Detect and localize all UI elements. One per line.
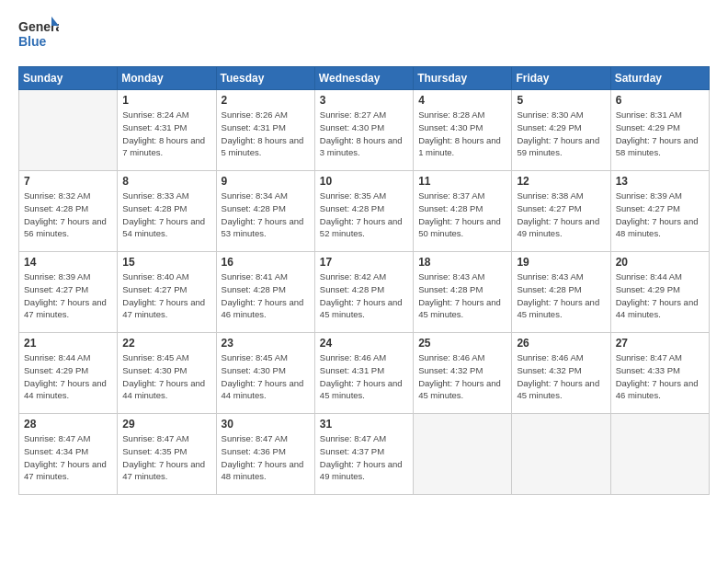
weekday-header-thursday: Thursday <box>414 67 512 90</box>
day-info: Sunrise: 8:47 AMSunset: 4:36 PMDaylight:… <box>222 432 310 483</box>
day-info: Sunrise: 8:43 AMSunset: 4:28 PMDaylight:… <box>517 270 605 321</box>
day-cell: 19Sunrise: 8:43 AMSunset: 4:28 PMDayligh… <box>512 252 610 333</box>
day-info: Sunrise: 8:47 AMSunset: 4:33 PMDaylight:… <box>616 351 704 402</box>
calendar-header: SundayMondayTuesdayWednesdayThursdayFrid… <box>19 67 710 90</box>
day-number: 28 <box>24 418 112 431</box>
day-cell: 8Sunrise: 8:33 AMSunset: 4:28 PMDaylight… <box>118 171 216 252</box>
day-number: 11 <box>418 175 506 188</box>
day-cell: 15Sunrise: 8:40 AMSunset: 4:27 PMDayligh… <box>118 252 216 333</box>
day-number: 17 <box>320 256 408 269</box>
week-row-3: 21Sunrise: 8:44 AMSunset: 4:29 PMDayligh… <box>19 333 710 414</box>
day-info: Sunrise: 8:46 AMSunset: 4:32 PMDaylight:… <box>418 351 506 402</box>
weekday-header-tuesday: Tuesday <box>216 67 314 90</box>
day-cell <box>512 414 610 495</box>
weekday-header-sunday: Sunday <box>19 67 118 90</box>
day-info: Sunrise: 8:44 AMSunset: 4:29 PMDaylight:… <box>616 270 704 321</box>
day-number: 1 <box>122 94 210 107</box>
day-cell: 1Sunrise: 8:24 AMSunset: 4:31 PMDaylight… <box>118 90 216 171</box>
week-row-4: 28Sunrise: 8:47 AMSunset: 4:34 PMDayligh… <box>19 414 710 495</box>
day-info: Sunrise: 8:33 AMSunset: 4:28 PMDaylight:… <box>122 190 210 240</box>
day-info: Sunrise: 8:24 AMSunset: 4:31 PMDaylight:… <box>122 109 210 159</box>
calendar: SundayMondayTuesdayWednesdayThursdayFrid… <box>18 66 710 495</box>
day-number: 20 <box>616 256 704 269</box>
day-cell: 23Sunrise: 8:45 AMSunset: 4:30 PMDayligh… <box>216 333 314 414</box>
day-cell: 26Sunrise: 8:46 AMSunset: 4:32 PMDayligh… <box>512 333 610 414</box>
logo: General Blue <box>18 15 59 57</box>
day-cell: 14Sunrise: 8:39 AMSunset: 4:27 PMDayligh… <box>19 252 118 333</box>
day-info: Sunrise: 8:45 AMSunset: 4:30 PMDaylight:… <box>222 351 310 402</box>
day-info: Sunrise: 8:31 AMSunset: 4:29 PMDaylight:… <box>616 109 704 159</box>
day-info: Sunrise: 8:40 AMSunset: 4:27 PMDaylight:… <box>122 270 210 321</box>
day-cell: 30Sunrise: 8:47 AMSunset: 4:36 PMDayligh… <box>216 414 314 495</box>
day-info: Sunrise: 8:42 AMSunset: 4:28 PMDaylight:… <box>320 270 408 321</box>
day-cell: 11Sunrise: 8:37 AMSunset: 4:28 PMDayligh… <box>414 171 512 252</box>
day-number: 23 <box>222 337 310 350</box>
day-number: 27 <box>616 337 704 350</box>
day-cell: 3Sunrise: 8:27 AMSunset: 4:30 PMDaylight… <box>314 90 413 171</box>
day-number: 4 <box>418 94 506 107</box>
day-info: Sunrise: 8:47 AMSunset: 4:37 PMDaylight:… <box>320 432 408 483</box>
day-number: 8 <box>122 175 210 188</box>
day-number: 29 <box>122 418 210 431</box>
day-info: Sunrise: 8:39 AMSunset: 4:27 PMDaylight:… <box>24 270 112 321</box>
day-cell: 5Sunrise: 8:30 AMSunset: 4:29 PMDaylight… <box>512 90 610 171</box>
day-info: Sunrise: 8:45 AMSunset: 4:30 PMDaylight:… <box>122 351 210 402</box>
week-row-0: 1Sunrise: 8:24 AMSunset: 4:31 PMDaylight… <box>19 90 710 171</box>
day-info: Sunrise: 8:47 AMSunset: 4:34 PMDaylight:… <box>24 432 112 483</box>
page: General Blue SundayMondayTuesdayWednesda… <box>0 0 728 563</box>
day-info: Sunrise: 8:43 AMSunset: 4:28 PMDaylight:… <box>418 270 506 321</box>
day-number: 10 <box>320 175 408 188</box>
svg-text:Blue: Blue <box>18 34 47 49</box>
day-cell: 13Sunrise: 8:39 AMSunset: 4:27 PMDayligh… <box>610 171 709 252</box>
day-number: 25 <box>418 337 506 350</box>
day-cell: 31Sunrise: 8:47 AMSunset: 4:37 PMDayligh… <box>314 414 413 495</box>
day-cell <box>414 414 512 495</box>
day-number: 21 <box>24 337 112 350</box>
calendar-body: 1Sunrise: 8:24 AMSunset: 4:31 PMDaylight… <box>19 90 710 495</box>
day-cell: 16Sunrise: 8:41 AMSunset: 4:28 PMDayligh… <box>216 252 314 333</box>
day-number: 3 <box>320 94 408 107</box>
day-cell: 18Sunrise: 8:43 AMSunset: 4:28 PMDayligh… <box>414 252 512 333</box>
day-cell: 7Sunrise: 8:32 AMSunset: 4:28 PMDaylight… <box>19 171 118 252</box>
day-cell: 4Sunrise: 8:28 AMSunset: 4:30 PMDaylight… <box>414 90 512 171</box>
day-info: Sunrise: 8:27 AMSunset: 4:30 PMDaylight:… <box>320 109 408 159</box>
weekday-header-friday: Friday <box>512 67 610 90</box>
day-number: 19 <box>517 256 605 269</box>
day-cell: 28Sunrise: 8:47 AMSunset: 4:34 PMDayligh… <box>19 414 118 495</box>
weekday-header-monday: Monday <box>118 67 216 90</box>
day-number: 7 <box>24 175 112 188</box>
day-number: 2 <box>222 94 310 107</box>
day-info: Sunrise: 8:28 AMSunset: 4:30 PMDaylight:… <box>418 109 506 159</box>
day-cell: 9Sunrise: 8:34 AMSunset: 4:28 PMDaylight… <box>216 171 314 252</box>
day-number: 26 <box>517 337 605 350</box>
week-row-1: 7Sunrise: 8:32 AMSunset: 4:28 PMDaylight… <box>19 171 710 252</box>
day-cell: 17Sunrise: 8:42 AMSunset: 4:28 PMDayligh… <box>314 252 413 333</box>
week-row-2: 14Sunrise: 8:39 AMSunset: 4:27 PMDayligh… <box>19 252 710 333</box>
day-number: 6 <box>616 94 704 107</box>
day-info: Sunrise: 8:26 AMSunset: 4:31 PMDaylight:… <box>222 109 310 159</box>
day-number: 22 <box>122 337 210 350</box>
day-info: Sunrise: 8:39 AMSunset: 4:27 PMDaylight:… <box>616 190 704 240</box>
day-cell <box>19 90 118 171</box>
day-cell: 2Sunrise: 8:26 AMSunset: 4:31 PMDaylight… <box>216 90 314 171</box>
logo-icon: General Blue <box>18 15 59 53</box>
day-cell: 10Sunrise: 8:35 AMSunset: 4:28 PMDayligh… <box>314 171 413 252</box>
day-number: 12 <box>517 175 605 188</box>
day-info: Sunrise: 8:30 AMSunset: 4:29 PMDaylight:… <box>517 109 605 159</box>
day-cell: 22Sunrise: 8:45 AMSunset: 4:30 PMDayligh… <box>118 333 216 414</box>
day-cell <box>610 414 709 495</box>
day-info: Sunrise: 8:47 AMSunset: 4:35 PMDaylight:… <box>122 432 210 483</box>
weekday-header-wednesday: Wednesday <box>314 67 413 90</box>
day-info: Sunrise: 8:35 AMSunset: 4:28 PMDaylight:… <box>320 190 408 240</box>
day-number: 14 <box>24 256 112 269</box>
weekday-row: SundayMondayTuesdayWednesdayThursdayFrid… <box>19 67 710 90</box>
day-cell: 24Sunrise: 8:46 AMSunset: 4:31 PMDayligh… <box>314 333 413 414</box>
day-number: 16 <box>222 256 310 269</box>
day-info: Sunrise: 8:46 AMSunset: 4:31 PMDaylight:… <box>320 351 408 402</box>
day-info: Sunrise: 8:46 AMSunset: 4:32 PMDaylight:… <box>517 351 605 402</box>
day-cell: 27Sunrise: 8:47 AMSunset: 4:33 PMDayligh… <box>610 333 709 414</box>
day-number: 13 <box>616 175 704 188</box>
day-info: Sunrise: 8:38 AMSunset: 4:27 PMDaylight:… <box>517 190 605 240</box>
header: General Blue <box>18 15 710 57</box>
day-number: 31 <box>320 418 408 431</box>
